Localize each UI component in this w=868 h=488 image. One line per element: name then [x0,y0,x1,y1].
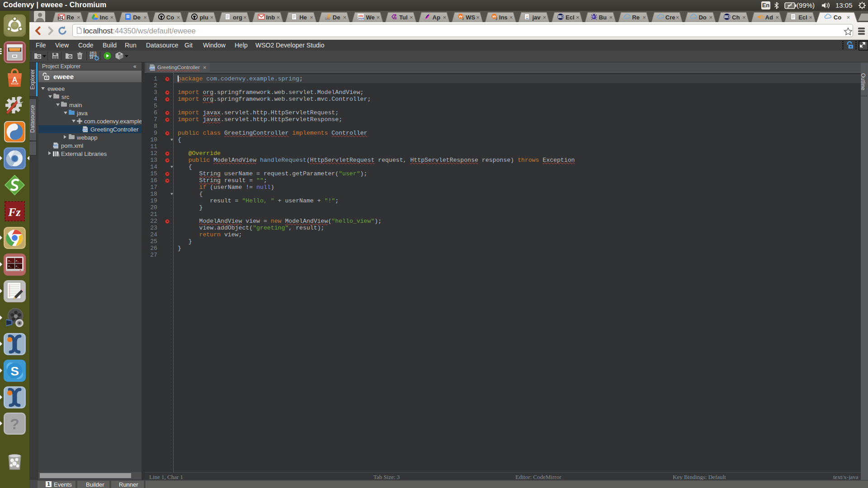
svg-text:JAVA: JAVA [149,67,155,69]
svg-text:JAVA: JAVA [82,129,88,131]
svg-text:2: 2 [462,17,464,20]
svg-text:?: ? [10,415,19,432]
svg-text:>_: >_ [8,265,12,268]
svg-text:>_: >_ [16,265,19,268]
svg-text:2: 2 [495,17,497,20]
svg-text:90+: 90+ [58,17,63,20]
svg-text:>_: >_ [8,259,12,263]
svg-text:edu: edu [359,14,363,17]
svg-text:>_: >_ [16,259,19,263]
svg-text:A: A [12,76,18,84]
svg-text:S: S [10,364,19,378]
svg-text:JAVA: JAVA [358,17,365,20]
svg-text:Fz: Fz [8,206,21,219]
svg-text:pom: pom [53,145,57,147]
